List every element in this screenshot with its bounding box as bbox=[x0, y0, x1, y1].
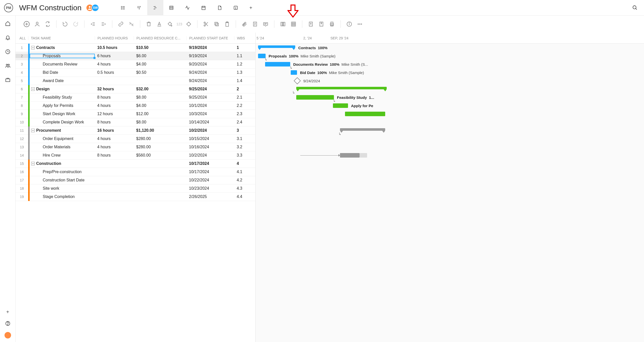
pulse-icon bbox=[185, 5, 190, 10]
member-avatars[interactable]: SW bbox=[86, 4, 99, 12]
svg-point-0 bbox=[89, 6, 91, 8]
svg-point-5 bbox=[121, 8, 122, 8]
view-files[interactable] bbox=[212, 0, 228, 16]
plus-icon: + bbox=[249, 5, 254, 10]
file-icon bbox=[217, 5, 222, 10]
svg-rect-16 bbox=[202, 6, 205, 10]
svg-line-24 bbox=[636, 8, 637, 10]
avatar-2[interactable]: SW bbox=[91, 4, 99, 12]
sheet-icon bbox=[169, 5, 174, 10]
board-icon bbox=[137, 5, 142, 10]
view-board[interactable] bbox=[131, 0, 147, 16]
view-gantt[interactable] bbox=[147, 0, 163, 16]
search-button[interactable] bbox=[630, 3, 640, 13]
view-tabs: + bbox=[115, 0, 260, 16]
view-calendar[interactable] bbox=[195, 0, 212, 16]
search-icon bbox=[632, 5, 638, 11]
view-risks[interactable] bbox=[228, 0, 244, 16]
svg-point-22 bbox=[236, 8, 236, 9]
app-header: PM WFM Construction SW + bbox=[0, 0, 644, 16]
view-list[interactable] bbox=[115, 0, 131, 16]
svg-point-6 bbox=[121, 9, 122, 9]
svg-point-23 bbox=[633, 6, 636, 9]
alert-icon bbox=[233, 5, 238, 10]
project-title[interactable]: WFM Construction bbox=[19, 4, 81, 12]
view-sheet[interactable] bbox=[163, 0, 179, 16]
callout-arrow bbox=[287, 5, 299, 16]
gantt-icon bbox=[153, 5, 158, 10]
calendar-icon bbox=[201, 5, 206, 10]
app-logo[interactable]: PM bbox=[4, 3, 13, 12]
view-add[interactable]: + bbox=[244, 0, 260, 16]
view-workload[interactable] bbox=[179, 0, 195, 16]
svg-rect-13 bbox=[170, 6, 173, 9]
list-icon bbox=[121, 5, 126, 10]
svg-point-4 bbox=[121, 6, 122, 7]
